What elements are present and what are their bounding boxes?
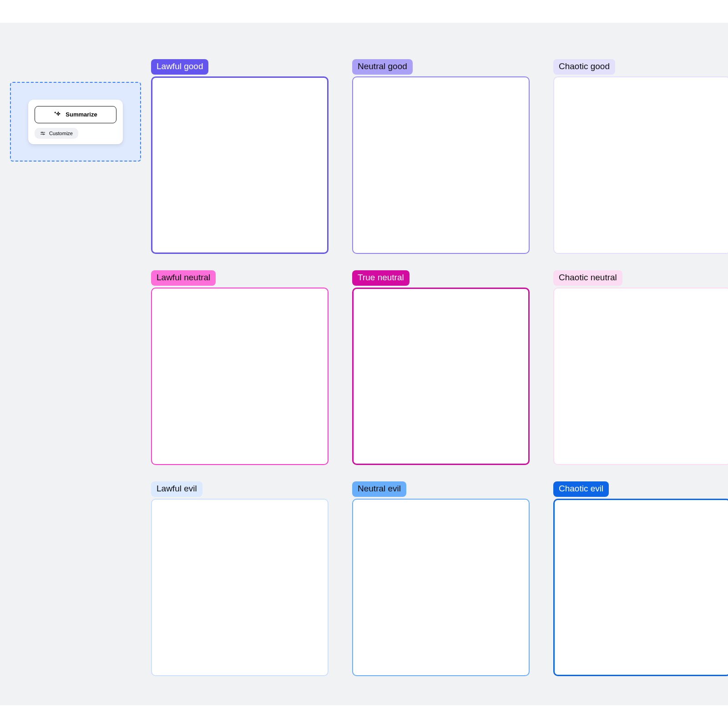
alignment-grid: Lawful good Neutral good Chaotic good La… [151,59,728,676]
tag-lawful-neutral[interactable]: Lawful neutral [151,270,216,286]
svg-point-3 [43,133,44,134]
cell-chaotic-good: Chaotic good [553,59,728,254]
dropzone-neutral-good[interactable] [352,76,530,254]
dropzone-lawful-good[interactable] [151,76,329,254]
cell-lawful-good: Lawful good [151,59,329,254]
tag-lawful-good[interactable]: Lawful good [151,59,208,75]
sparkle-icon [54,111,61,118]
tag-chaotic-neutral[interactable]: Chaotic neutral [553,270,622,286]
tag-lawful-evil[interactable]: Lawful evil [151,481,202,497]
tag-neutral-good[interactable]: Neutral good [352,59,413,75]
dropzone-chaotic-evil[interactable] [553,499,728,676]
cell-lawful-evil: Lawful evil [151,481,329,676]
cell-neutral-good: Neutral good [352,59,530,254]
svg-point-1 [41,131,42,132]
design-canvas[interactable]: Summarize Customize Lawful good Neutral … [0,23,728,705]
tag-true-neutral[interactable]: True neutral [352,270,410,286]
cell-chaotic-neutral: Chaotic neutral [553,270,728,465]
cell-neutral-evil: Neutral evil [352,481,530,676]
dropzone-lawful-neutral[interactable] [151,288,329,465]
summarize-button[interactable]: Summarize [35,106,116,123]
dropzone-true-neutral[interactable] [352,288,530,465]
tag-neutral-evil[interactable]: Neutral evil [352,481,406,497]
sliders-icon [40,131,46,136]
tag-chaotic-good[interactable]: Chaotic good [553,59,615,75]
dropzone-chaotic-neutral[interactable] [553,288,728,465]
dropzone-chaotic-good[interactable] [553,76,728,254]
customize-chip-label: Customize [49,131,73,136]
cell-chaotic-evil: Chaotic evil [553,481,728,676]
summarize-button-label: Summarize [66,111,97,118]
dropzone-lawful-evil[interactable] [151,499,329,676]
cell-true-neutral: True neutral [352,270,530,465]
summarize-card: Summarize Customize [28,100,123,144]
cell-lawful-neutral: Lawful neutral [151,270,329,465]
component-selection-frame[interactable]: Summarize Customize [10,82,141,162]
dropzone-neutral-evil[interactable] [352,499,530,676]
customize-chip[interactable]: Customize [35,128,78,139]
tag-chaotic-evil[interactable]: Chaotic evil [553,481,609,497]
